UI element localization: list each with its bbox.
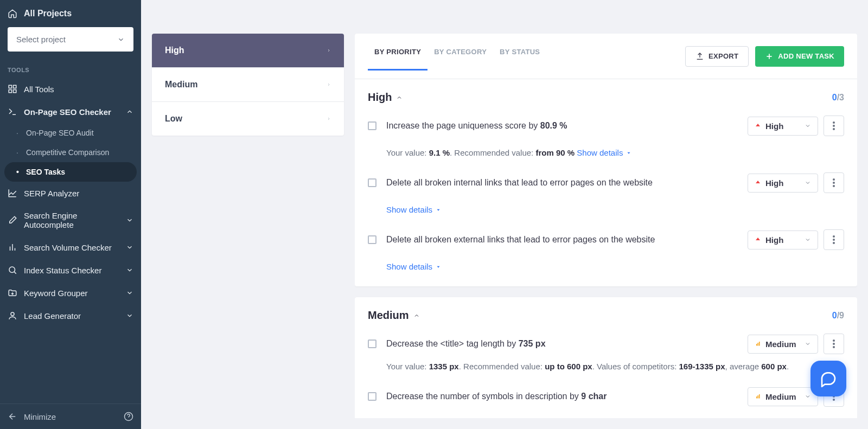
help-icon[interactable]	[124, 412, 133, 421]
kebab-icon	[833, 178, 835, 187]
svg-rect-36	[759, 342, 760, 346]
task-checkbox[interactable]	[368, 121, 376, 130]
section-high-header: High 0/3	[355, 79, 857, 116]
svg-rect-35	[758, 343, 759, 346]
chevron-up-icon	[396, 94, 403, 101]
count-done: 0	[832, 311, 837, 320]
sidebar-subitem-seo-tasks[interactable]: SEO Tasks	[4, 162, 137, 182]
svg-rect-1	[14, 85, 16, 88]
add-task-button[interactable]: ADD NEW TASK	[755, 46, 844, 67]
sidebar-item-lead-generator[interactable]: Lead Generator	[0, 304, 141, 327]
show-details-link[interactable]: Show details	[386, 205, 441, 214]
task-label: Decrease the number of symbols in descri…	[386, 392, 738, 401]
count-done: 0	[832, 93, 837, 102]
task-checkbox[interactable]	[368, 235, 376, 244]
priority-high-icon	[755, 236, 761, 243]
chevron-down-icon	[126, 289, 133, 297]
sidebar-item-label: All Tools	[24, 85, 54, 94]
sidebar-item-serp-analyzer[interactable]: SERP Analyzer	[0, 182, 141, 204]
svg-rect-42	[759, 394, 760, 399]
svg-rect-34	[756, 344, 757, 346]
chevron-down-icon	[805, 180, 811, 186]
chevron-down-icon	[805, 341, 811, 347]
tab-by-priority[interactable]: BY PRIORITY	[368, 42, 427, 70]
sidebar-item-search-engine-autocomplete[interactable]: Search Engine Autocomplete	[0, 204, 141, 236]
task-menu-button[interactable]	[824, 172, 844, 193]
svg-point-25	[833, 178, 835, 181]
section-high-count: 0/3	[832, 93, 844, 103]
priority-select[interactable]: High	[748, 230, 818, 249]
svg-point-27	[833, 185, 835, 187]
chevron-up-icon	[126, 108, 133, 116]
task-checkbox[interactable]	[368, 340, 376, 348]
svg-line-9	[14, 272, 16, 273]
chat-icon	[820, 370, 837, 387]
sidebar-subitem-onpage-seo-audit[interactable]: On-Page SEO Audit	[0, 123, 141, 143]
select-project-dropdown[interactable]: Select project	[8, 27, 133, 52]
show-details-link[interactable]: Show details	[577, 148, 631, 157]
task-row: Delete all broken internal links that le…	[355, 172, 857, 229]
svg-point-38	[833, 343, 835, 345]
priority-nav-high[interactable]: High	[152, 34, 344, 68]
priority-select[interactable]: High	[748, 174, 818, 193]
sidebar-item-index-status-checker[interactable]: Index Status Checker	[0, 259, 141, 281]
plus-icon	[765, 52, 774, 61]
show-details-link[interactable]: Show details	[386, 262, 441, 271]
task-checkbox[interactable]	[368, 392, 376, 401]
chevron-up-icon	[413, 312, 420, 319]
task-menu-button[interactable]	[824, 229, 844, 250]
priority-label: High	[765, 178, 783, 188]
kebab-icon	[833, 121, 835, 130]
priority-select[interactable]: Medium	[748, 335, 818, 354]
all-projects-label: All Projects	[24, 9, 72, 18]
svg-point-30	[833, 235, 835, 238]
caret-down-icon	[626, 150, 631, 156]
sidebar-item-onpage-seo-checker[interactable]: On-Page SEO Checker	[0, 100, 141, 123]
tab-by-status[interactable]: BY STATUS	[493, 42, 546, 70]
task-main: Decrease the number of symbols in descri…	[368, 386, 844, 407]
svg-marker-28	[437, 209, 440, 210]
chevron-right-icon	[327, 47, 331, 54]
chevron-right-icon	[327, 115, 331, 123]
section-high-title[interactable]: High	[368, 91, 403, 104]
task-menu-button[interactable]	[824, 334, 844, 354]
sidebar-item-label: Index Status Checker	[24, 266, 101, 275]
all-projects-link[interactable]: All Projects	[8, 9, 133, 18]
kebab-icon	[833, 340, 835, 348]
sidebar-item-all-tools[interactable]: All Tools	[0, 78, 141, 100]
kebab-icon	[833, 235, 835, 244]
folder-plus-icon	[8, 288, 17, 298]
upload-icon	[695, 52, 704, 61]
caret-down-icon	[436, 207, 441, 213]
task-label: Decrease the <title> tag length by 735 p…	[386, 339, 738, 349]
export-label: EXPORT	[709, 52, 738, 60]
priority-select[interactable]: Medium	[748, 387, 818, 406]
svg-point-37	[833, 340, 835, 342]
minimize-button[interactable]: Minimize	[8, 412, 56, 421]
svg-point-12	[11, 312, 14, 316]
section-title-text: High	[368, 91, 392, 104]
priority-nav-medium[interactable]: Medium	[152, 68, 344, 102]
tools-section-label: TOOLS	[0, 60, 141, 78]
priority-select[interactable]: High	[748, 117, 818, 136]
task-menu-button[interactable]	[824, 116, 844, 136]
chat-widget-button[interactable]	[810, 361, 846, 396]
task-checkbox[interactable]	[368, 178, 376, 187]
export-button[interactable]: EXPORT	[685, 46, 749, 67]
sidebar-item-keyword-grouper[interactable]: Keyword Grouper	[0, 281, 141, 304]
svg-marker-24	[756, 181, 760, 183]
svg-point-20	[833, 121, 835, 124]
priority-nav-low[interactable]: Low	[152, 102, 344, 136]
task-main: Decrease the <title> tag length by 735 p…	[368, 334, 844, 354]
priority-nav-label: High	[165, 46, 184, 55]
sidebar-item-search-volume-checker[interactable]: Search Volume Checker	[0, 236, 141, 259]
panel-medium: Medium 0/9 Decrease the <title> tag leng…	[355, 297, 857, 418]
section-medium-title[interactable]: Medium	[368, 309, 420, 322]
caret-down-icon	[436, 264, 441, 270]
user-icon	[8, 311, 17, 321]
svg-rect-40	[756, 396, 757, 399]
tab-by-category[interactable]: BY CATEGORY	[427, 42, 493, 70]
add-task-label: ADD NEW TASK	[778, 52, 834, 60]
sidebar-subitem-competitive-comparison[interactable]: Competitive Comparison	[0, 143, 141, 162]
content: BY PRIORITY BY CATEGORY BY STATUS EXPORT…	[355, 34, 857, 418]
